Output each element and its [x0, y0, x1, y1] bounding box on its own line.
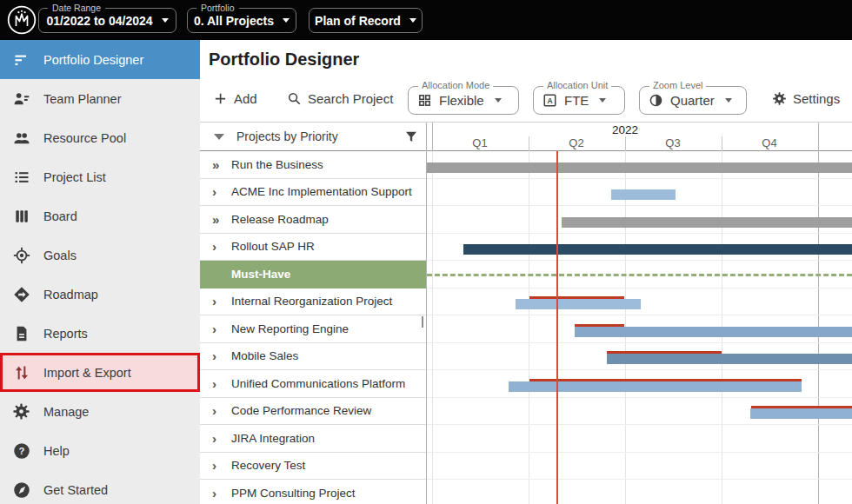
sidebar-item-label: Get Started — [43, 483, 108, 497]
gantt-bar-new-reporting-engine[interactable] — [575, 327, 852, 337]
sidebar-item-label: Roadmap — [43, 288, 98, 302]
project-row-run-the-business[interactable]: »Run the Business — [200, 151, 426, 179]
project-row-label: PPM Consulting Project — [231, 487, 356, 500]
zoom-level-select[interactable]: Zoom Level Quarter — [639, 86, 747, 115]
project-row-new-reporting-engine[interactable]: ›New Reporting Engine — [200, 315, 426, 343]
gridline — [529, 136, 529, 151]
portfolio-dropdown[interactable]: Portfolio 0. All Projects — [187, 8, 296, 33]
add-button[interactable]: Add — [213, 91, 257, 106]
plan-of-record-line-new-reporting-engine — [575, 324, 624, 327]
project-row-label: Recovery Test — [231, 459, 305, 472]
gantt-chart-body — [427, 151, 852, 504]
project-row-code-performance-review[interactable]: ›Code Performance Review — [200, 398, 426, 426]
project-row-label: Unified Communications Platform — [231, 377, 405, 390]
sidebar-item-import-export[interactable]: Import & Export — [0, 353, 200, 392]
plan-of-record-line-mobile-sales — [607, 351, 722, 354]
project-list-panel: Projects by Priority »Run the Business›A… — [200, 123, 427, 504]
sidebar-item-label: Project List — [43, 170, 106, 184]
chevron-right-icon[interactable]: › — [212, 322, 224, 335]
sidebar-item-get-started[interactable]: Get Started — [0, 470, 200, 504]
scenario-dropdown[interactable]: Plan of Record — [309, 8, 423, 33]
sidebar-item-label: Board — [43, 209, 77, 223]
project-row-recovery-test[interactable]: ›Recovery Test — [200, 453, 426, 481]
allocation-mode-select[interactable]: Allocation Mode Flexible — [408, 86, 519, 115]
portfolio-value: 0. All Projects — [194, 14, 274, 28]
sidebar-item-label: Portfolio Designer — [43, 53, 143, 67]
project-row-jira-integration[interactable]: ›JIRA Integration — [200, 425, 426, 453]
search-project-button[interactable]: Search Project — [287, 91, 393, 106]
sidebar-item-reports[interactable]: Reports — [0, 314, 200, 353]
plan-of-record-line-internal-reorganization-project — [529, 296, 624, 299]
project-row-acme-inc-implementation-support[interactable]: ›ACME Inc Implementation Support — [200, 179, 426, 207]
sidebar-item-label: Reports — [43, 327, 88, 341]
group-row-must-have[interactable]: Must-Have — [200, 261, 426, 288]
chevron-right-icon[interactable]: › — [212, 295, 224, 308]
gantt-bar-rollout-sap-hr[interactable] — [463, 244, 852, 255]
project-row-unified-communications-platform[interactable]: ›Unified Communications Platform — [200, 370, 426, 398]
top-app-bar: Date Range 01/2022 to 04/2024 Portfolio … — [0, 0, 852, 40]
chevron-down-icon — [495, 98, 502, 103]
resource-pool-icon — [12, 129, 30, 147]
gantt-bar-code-performance-review[interactable] — [750, 408, 852, 419]
gear-icon — [772, 91, 787, 106]
double-chevron-icon[interactable]: » — [212, 213, 224, 226]
project-row-internal-reorganization-project[interactable]: ›Internal Reorganization Project — [200, 288, 426, 316]
sidebar-item-team-planner[interactable]: Team Planner — [0, 79, 200, 118]
project-row-rollout-sap-hr[interactable]: ›Rollout SAP HR — [200, 234, 426, 262]
plan-of-record-line-code-performance-review — [751, 406, 852, 408]
row-separator — [427, 397, 852, 398]
date-range-value: 01/2022 to 04/2024 — [46, 14, 152, 28]
chevron-right-icon[interactable]: › — [212, 487, 224, 500]
board-icon — [12, 207, 30, 225]
sidebar-item-label: Help — [43, 444, 70, 458]
goals-icon — [12, 246, 30, 264]
plan-of-record-line-unified-communications-platform — [529, 379, 802, 381]
filter-icon[interactable] — [404, 129, 418, 143]
chevron-right-icon[interactable]: › — [212, 377, 224, 390]
chevron-right-icon[interactable]: › — [212, 459, 224, 472]
letter-a-box-icon: A — [542, 93, 557, 108]
settings-button[interactable]: Settings — [772, 91, 840, 106]
row-separator — [427, 479, 852, 480]
gantt-bar-acme-inc-implementation-support[interactable] — [611, 189, 676, 200]
project-row-ppm-consulting-project[interactable]: ›PPM Consulting Project — [200, 480, 426, 504]
gantt-timeline-header: 2022 Q1Q2Q3Q4 — [427, 123, 852, 151]
sidebar-item-label: Goals — [43, 249, 77, 262]
sidebar-item-board[interactable]: Board — [0, 196, 200, 235]
chevron-right-icon[interactable]: › — [212, 404, 224, 417]
gantt-bar-unified-communications-platform[interactable] — [509, 381, 802, 392]
gridline — [722, 136, 722, 151]
gantt-bar-internal-reorganization-project[interactable] — [516, 299, 641, 309]
collapse-all-icon[interactable] — [214, 134, 224, 140]
sidebar-item-goals[interactable]: Goals — [0, 235, 200, 275]
gantt-bar-release-roadmap[interactable] — [562, 217, 852, 228]
project-row-mobile-sales[interactable]: ›Mobile Sales — [200, 343, 426, 371]
chevron-right-icon[interactable]: › — [212, 349, 224, 362]
sidebar-item-resource-pool[interactable]: Resource Pool — [0, 118, 200, 157]
row-separator — [427, 424, 852, 425]
sidebar-item-roadmap[interactable]: Roadmap — [0, 275, 200, 314]
allocation-unit-select[interactable]: Allocation Unit A FTE — [533, 86, 625, 115]
zoom-level-value: Quarter — [670, 93, 715, 108]
date-range-dropdown[interactable]: Date Range 01/2022 to 04/2024 — [38, 8, 176, 33]
sidebar-item-project-list[interactable]: Project List — [0, 157, 200, 196]
sidebar-item-help[interactable]: ?Help — [0, 431, 200, 470]
project-row-label: Run the Business — [231, 158, 323, 171]
double-chevron-icon[interactable]: » — [212, 158, 224, 171]
chevron-right-icon[interactable]: › — [212, 240, 224, 253]
gantt-bar-run-the-business[interactable] — [427, 162, 852, 173]
gantt-bar-mobile-sales[interactable] — [607, 354, 852, 364]
chevron-right-icon[interactable]: › — [212, 432, 224, 445]
project-list-header: Projects by Priority — [200, 123, 426, 151]
team-planner-icon — [12, 90, 30, 108]
sidebar-item-portfolio-designer[interactable]: Portfolio Designer — [0, 40, 200, 79]
help-icon: ? — [12, 441, 30, 460]
app-logo-icon[interactable] — [7, 5, 37, 35]
project-row-release-roadmap[interactable]: »Release Roadmap — [200, 206, 426, 234]
today-line — [556, 151, 558, 504]
sidebar-item-manage[interactable]: Manage — [0, 392, 200, 431]
row-separator — [427, 288, 852, 288]
allocation-mode-label: Allocation Mode — [418, 80, 493, 90]
chevron-right-icon[interactable]: › — [212, 185, 224, 198]
row-separator — [427, 233, 852, 234]
